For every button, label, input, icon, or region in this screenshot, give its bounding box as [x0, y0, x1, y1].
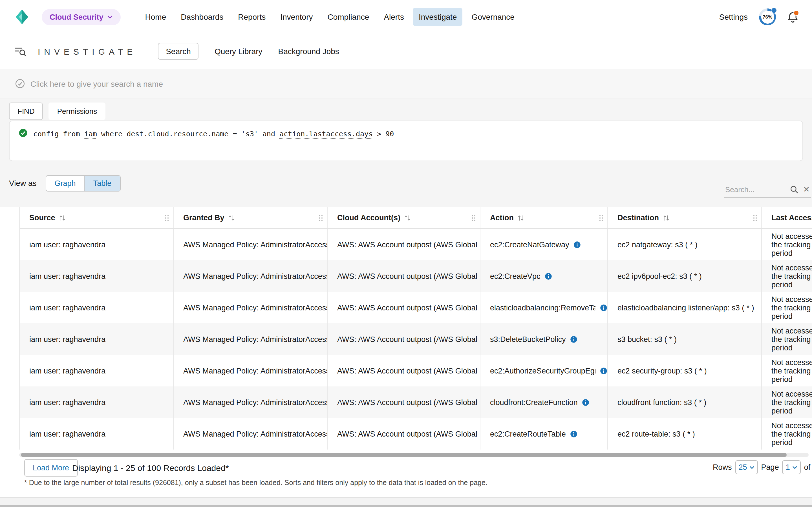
page-number-select[interactable]: 1	[782, 460, 801, 474]
column-drag-handle[interactable]	[471, 214, 476, 221]
query-token: where dest.cloud.resource.name = 's3' an…	[97, 129, 280, 138]
nav-item-dashboards[interactable]: Dashboards	[175, 8, 229, 26]
table-header: SourceGranted ByCloud Account(s)ActionDe…	[20, 207, 812, 229]
cell-destination: cloudfront function: s3 ( * )	[608, 386, 762, 418]
table-search: ✕	[724, 181, 811, 198]
column-drag-handle[interactable]	[599, 214, 603, 221]
cell-text: s3:DeleteBucketPolicy	[490, 335, 566, 343]
cell-source: iam user: raghavendra	[20, 355, 174, 386]
column-drag-handle[interactable]	[165, 214, 169, 221]
column-title: Cloud Account(s)	[337, 214, 400, 222]
info-icon[interactable]	[570, 335, 578, 343]
cell-granted-by: AWS Managed Policy: AdministratorAccess	[174, 386, 327, 418]
column-drag-handle[interactable]	[753, 214, 757, 221]
column-header-last-access[interactable]: Last Access	[762, 207, 812, 228]
cell-action: cloudfront:CreateFunction	[480, 386, 608, 418]
query-editor[interactable]: config from iam where dest.cloud.resourc…	[9, 121, 803, 161]
nav-item-compliance[interactable]: Compliance	[322, 8, 375, 26]
info-icon[interactable]	[570, 430, 578, 438]
cell-action: ec2:AuthorizeSecurityGroupEgress	[480, 355, 608, 386]
cell-text: ec2 security-group: s3 ( * )	[617, 367, 707, 375]
query-token: config from	[33, 129, 84, 138]
nav-item-investigate[interactable]: Investigate	[413, 8, 462, 26]
column-header-action[interactable]: Action	[480, 207, 608, 228]
sort-icon[interactable]	[229, 214, 235, 221]
cell-text: ec2 natgateway: s3 ( * )	[617, 240, 698, 249]
table-row: iam user: raghavendraAWS Managed Policy:…	[20, 229, 812, 260]
tab-query-library[interactable]: Query Library	[214, 47, 262, 56]
settings-link[interactable]: Settings	[719, 12, 748, 21]
sort-icon[interactable]	[404, 214, 410, 221]
tab-background-jobs[interactable]: Background Jobs	[278, 47, 339, 56]
search-name-field[interactable]: Click here to give your search a name	[0, 69, 812, 99]
info-icon[interactable]	[600, 367, 607, 374]
cell-granted-by: AWS Managed Policy: AdministratorAccess	[174, 418, 327, 450]
app-window: Cloud Security Home Dashboards Reports I…	[0, 0, 812, 507]
page-label: Page	[761, 463, 779, 471]
cell-text: AWS: AWS Account outpost (AWS Global → A…	[337, 303, 480, 312]
product-switcher[interactable]: Cloud Security	[42, 9, 121, 25]
app-logo[interactable]	[13, 8, 31, 25]
nav-item-reports[interactable]: Reports	[232, 8, 271, 26]
column-header-destination[interactable]: Destination	[608, 207, 762, 228]
usage-dot	[771, 7, 777, 13]
cell-text: Not accessed in the tracking period	[771, 390, 812, 415]
query-text: config from iam where dest.cloud.resourc…	[33, 128, 394, 138]
column-header-source[interactable]: Source	[20, 207, 174, 228]
nav-item-governance[interactable]: Governance	[466, 8, 520, 26]
view-as-table-button[interactable]: Table	[84, 175, 120, 191]
cell-destination: ec2 security-group: s3 ( * )	[608, 355, 762, 386]
search-icon[interactable]	[790, 185, 799, 193]
nav-item-inventory[interactable]: Inventory	[274, 8, 318, 26]
cell-source: iam user: raghavendra	[20, 323, 174, 355]
clear-search-icon[interactable]: ✕	[802, 185, 811, 194]
sort-icon[interactable]	[518, 214, 524, 221]
column-header-granted-by[interactable]: Granted By	[174, 207, 327, 228]
results-section: SourceGranted ByCloud Account(s)ActionDe…	[0, 207, 812, 498]
cell-last-access: Not accessed in the tracking period	[762, 229, 812, 260]
cell-cloud-accounts: AWS: AWS Account outpost (AWS Global → A…	[327, 355, 480, 386]
results-footnote: * Due to the large number of total resul…	[24, 479, 488, 487]
notifications-button[interactable]	[787, 11, 799, 23]
cell-granted-by: AWS Managed Policy: AdministratorAccess	[174, 260, 327, 292]
cell-text: Not accessed in the tracking period	[771, 358, 812, 383]
sort-icon[interactable]	[663, 214, 669, 221]
info-icon[interactable]	[545, 272, 552, 280]
tab-search[interactable]: Search	[158, 43, 199, 60]
page-title: INVESTIGATE	[38, 47, 137, 56]
cell-text: AWS Managed Policy: AdministratorAccess	[183, 240, 327, 249]
nav-item-alerts[interactable]: Alerts	[378, 8, 410, 26]
h-scrollbar[interactable]	[19, 453, 809, 457]
table-search-input[interactable]	[724, 184, 790, 194]
info-icon[interactable]	[600, 304, 607, 311]
column-drag-handle[interactable]	[319, 214, 323, 221]
rows-label: Rows	[713, 463, 732, 471]
main-nav: Home Dashboards Reports Inventory Compli…	[140, 8, 520, 26]
column-header-cloud-accounts[interactable]: Cloud Account(s)	[327, 207, 480, 228]
view-as-graph-button[interactable]: Graph	[46, 175, 84, 191]
tab-permissions[interactable]: Permissions	[49, 103, 106, 120]
h-scrollbar-thumb[interactable]	[21, 453, 786, 457]
cell-text: Not accessed in the tracking period	[771, 232, 812, 257]
sort-icon[interactable]	[59, 214, 65, 221]
cell-cloud-accounts: AWS: AWS Account outpost (AWS Global → A…	[327, 260, 480, 292]
cell-source: iam user: raghavendra	[20, 386, 174, 418]
cell-text: AWS: AWS Account outpost (AWS Global → A…	[337, 335, 480, 343]
cell-text: ec2 ipv6pool-ec2: s3 ( * )	[617, 272, 702, 280]
query-token: > 90	[373, 129, 394, 138]
cell-text: iam user: raghavendra	[29, 398, 105, 406]
tab-find[interactable]: FIND	[9, 103, 43, 120]
load-more-button[interactable]: Load More	[24, 459, 78, 476]
cell-last-access: Not accessed in the tracking period	[762, 260, 812, 292]
cell-source: iam user: raghavendra	[20, 229, 174, 260]
chevron-down-icon	[749, 466, 755, 469]
column-title: Source	[29, 214, 55, 222]
cell-source: iam user: raghavendra	[20, 418, 174, 450]
nav-item-home[interactable]: Home	[140, 8, 172, 26]
cell-text: Not accessed in the tracking period	[771, 295, 812, 320]
rows-per-page-select[interactable]: 25	[735, 460, 758, 474]
info-icon[interactable]	[582, 399, 590, 406]
info-icon[interactable]	[574, 241, 581, 248]
usage-badge[interactable]: 76%	[759, 8, 776, 25]
table-row: iam user: raghavendraAWS Managed Policy:…	[20, 292, 812, 323]
